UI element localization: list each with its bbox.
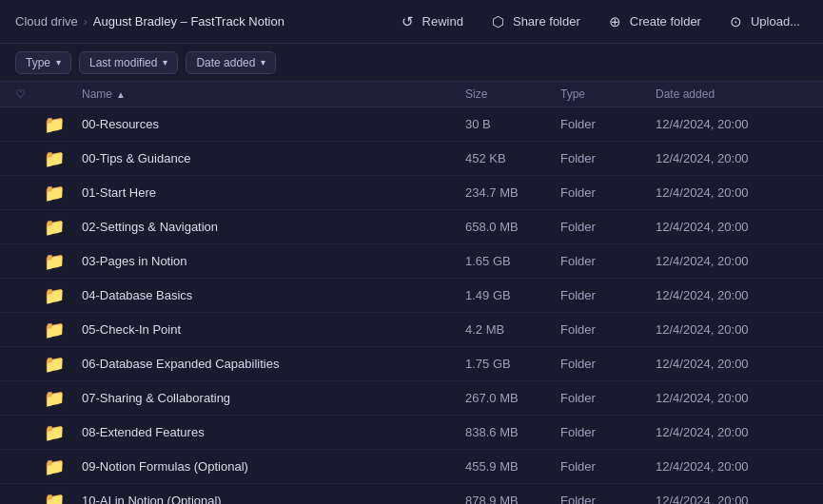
th-favorite: ♡	[15, 87, 44, 101]
table-row[interactable]: 📁 05-Check-In Point 4.2 MB Folder 12/4/2…	[0, 313, 823, 347]
th-size: Size	[465, 87, 560, 101]
rewind-icon: ↺	[400, 13, 417, 30]
folder-icon: 📁	[44, 491, 82, 505]
row-size: 1.65 GB	[465, 254, 560, 268]
rewind-button[interactable]: ↺ Rewind	[392, 10, 471, 34]
row-name: 03-Pages in Notion	[82, 254, 465, 268]
table-row[interactable]: 📁 02-Settings & Navigation 658.0 MB Fold…	[0, 210, 823, 244]
row-type: Folder	[560, 391, 656, 405]
row-type: Folder	[560, 185, 656, 200]
row-type: Folder	[560, 425, 656, 439]
row-type: Folder	[560, 459, 656, 474]
table-row[interactable]: 📁 04-Database Basics 1.49 GB Folder 12/4…	[0, 279, 823, 313]
table-row[interactable]: 📁 00-Tips & Guidance 452 KB Folder 12/4/…	[0, 142, 823, 176]
folder-icon: 📁	[44, 422, 82, 443]
share-label: Share folder	[513, 14, 580, 29]
filter-type-button[interactable]: Type ▾	[15, 51, 71, 74]
create-button[interactable]: ⊕ Create folder	[599, 10, 709, 34]
upload-button[interactable]: ⊙ Upload...	[720, 10, 808, 34]
chevron-down-icon: ▾	[261, 57, 265, 68]
row-size: 30 B	[465, 117, 560, 131]
row-date: 12/4/2024, 20:00	[656, 220, 808, 234]
row-type: Folder	[560, 151, 656, 165]
breadcrumb-root[interactable]: Cloud drive	[15, 14, 78, 29]
th-date-added: Date added	[656, 87, 808, 101]
row-type: Folder	[560, 322, 656, 337]
row-date: 12/4/2024, 20:00	[656, 322, 808, 337]
header: Cloud drive › August Bradley – FastTrack…	[0, 0, 823, 44]
create-icon: ⊕	[607, 13, 624, 30]
th-type: Type	[560, 87, 656, 101]
filter-date-added-label: Date added	[196, 56, 255, 69]
table-row[interactable]: 📁 01-Start Here 234.7 MB Folder 12/4/202…	[0, 176, 823, 210]
table-row[interactable]: 📁 10-AI in Notion (Optional) 878.9 MB Fo…	[0, 484, 823, 504]
heart-icon: ♡	[15, 87, 26, 101]
row-size: 838.6 MB	[465, 425, 560, 439]
row-size: 452 KB	[465, 151, 560, 165]
folder-icon: 📁	[44, 183, 82, 204]
row-size: 455.9 MB	[465, 459, 560, 474]
row-date: 12/4/2024, 20:00	[656, 288, 808, 302]
row-date: 12/4/2024, 20:00	[656, 391, 808, 405]
row-size: 1.49 GB	[465, 288, 560, 302]
row-size: 878.9 MB	[465, 494, 560, 504]
row-date: 12/4/2024, 20:00	[656, 185, 808, 200]
table-row[interactable]: 📁 03-Pages in Notion 1.65 GB Folder 12/4…	[0, 244, 823, 279]
breadcrumb-current: August Bradley – FastTrack Notion	[93, 14, 284, 29]
filter-last-modified-button[interactable]: Last modified ▾	[79, 51, 178, 74]
upload-icon: ⊙	[728, 13, 745, 30]
table-header: ♡ Name ▲ Size Type Date added	[0, 82, 823, 107]
row-size: 234.7 MB	[465, 185, 560, 200]
row-name: 04-Database Basics	[82, 288, 465, 302]
row-date: 12/4/2024, 20:00	[656, 425, 808, 439]
table-row[interactable]: 📁 08-Extended Features 838.6 MB Folder 1…	[0, 416, 823, 450]
row-date: 12/4/2024, 20:00	[656, 494, 808, 504]
chevron-down-icon: ▾	[56, 57, 61, 68]
row-date: 12/4/2024, 20:00	[656, 459, 808, 474]
sort-icon: ▲	[116, 89, 126, 100]
table-row[interactable]: 📁 09-Notion Formulas (Optional) 455.9 MB…	[0, 450, 823, 484]
row-date: 12/4/2024, 20:00	[656, 151, 808, 165]
row-name: 08-Extended Features	[82, 425, 465, 439]
create-label: Create folder	[630, 14, 701, 29]
chevron-down-icon: ▾	[163, 57, 167, 68]
share-icon: ⬡	[490, 13, 507, 30]
table-row[interactable]: 📁 07-Sharing & Collaborating 267.0 MB Fo…	[0, 381, 823, 416]
row-type: Folder	[560, 288, 656, 302]
upload-label: Upload...	[751, 14, 800, 29]
th-name[interactable]: Name ▲	[82, 87, 465, 101]
folder-icon: 📁	[44, 251, 82, 272]
row-name: 01-Start Here	[82, 185, 465, 200]
table-row[interactable]: 📁 00-Resources 30 B Folder 12/4/2024, 20…	[0, 107, 823, 142]
breadcrumb-separator: ›	[84, 15, 88, 29]
table-row[interactable]: 📁 06-Database Expanded Capabilities 1.75…	[0, 347, 823, 381]
row-type: Folder	[560, 220, 656, 234]
row-name: 06-Database Expanded Capabilities	[82, 357, 465, 371]
row-name: 09-Notion Formulas (Optional)	[82, 459, 465, 474]
row-type: Folder	[560, 117, 656, 131]
row-name: 10-AI in Notion (Optional)	[82, 494, 465, 504]
folder-icon: 📁	[44, 285, 82, 306]
row-date: 12/4/2024, 20:00	[656, 357, 808, 371]
rewind-label: Rewind	[422, 14, 463, 29]
filter-bar: Type ▾ Last modified ▾ Date added ▾	[0, 44, 823, 82]
header-actions: ↺ Rewind ⬡ Share folder ⊕ Create folder …	[392, 10, 808, 34]
row-name: 07-Sharing & Collaborating	[82, 391, 465, 405]
filter-last-modified-label: Last modified	[89, 56, 157, 69]
breadcrumb: Cloud drive › August Bradley – FastTrack…	[15, 14, 284, 29]
row-size: 267.0 MB	[465, 391, 560, 405]
filter-type-label: Type	[26, 56, 50, 69]
folder-icon: 📁	[44, 114, 82, 135]
row-size: 1.75 GB	[465, 357, 560, 371]
folder-icon: 📁	[44, 354, 82, 375]
filter-date-added-button[interactable]: Date added ▾	[186, 51, 276, 74]
folder-icon: 📁	[44, 148, 82, 169]
row-size: 658.0 MB	[465, 220, 560, 234]
row-type: Folder	[560, 357, 656, 371]
folder-icon: 📁	[44, 320, 82, 340]
folder-icon: 📁	[44, 217, 82, 238]
folder-icon: 📁	[44, 388, 82, 409]
row-name: 02-Settings & Navigation	[82, 220, 465, 234]
row-name: 00-Resources	[82, 117, 465, 131]
share-button[interactable]: ⬡ Share folder	[482, 10, 588, 34]
